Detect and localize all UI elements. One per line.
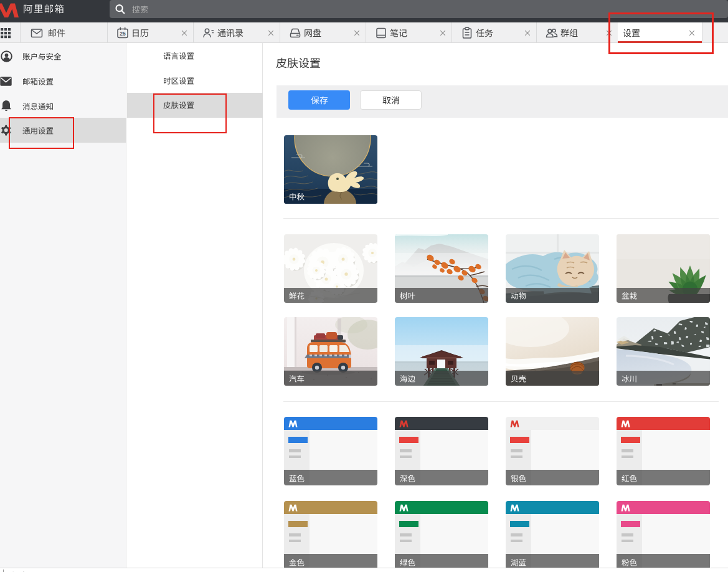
svg-text:25: 25 — [120, 31, 126, 37]
